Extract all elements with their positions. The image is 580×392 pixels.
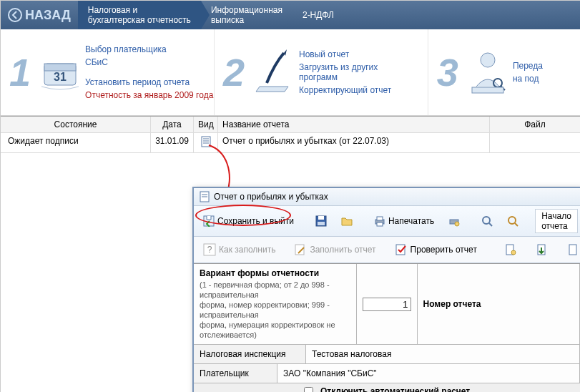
variant-number-input[interactable] <box>363 298 411 311</box>
cell-name: Отчет о прибылях и убытках (от 22.07.03) <box>218 133 490 153</box>
step-number: 3 <box>437 50 458 94</box>
section-nav-label[interactable]: Начало отчета <box>535 209 578 233</box>
cell-file <box>490 133 580 153</box>
check-report-button[interactable]: Проверить отчет <box>390 241 482 258</box>
svg-point-24 <box>483 217 490 224</box>
extra-button-3[interactable] <box>562 241 580 258</box>
svg-rect-35 <box>569 245 576 255</box>
document-blank-icon <box>567 243 580 256</box>
tab-tax-accounting[interactable]: Налоговая и бухгалтерская отчетность <box>78 1 201 29</box>
zoom-out-button[interactable] <box>502 213 524 229</box>
dialog-document-icon <box>200 191 210 202</box>
svg-rect-31 <box>396 245 405 255</box>
fill-report-label: Заполнить отчет <box>310 245 375 255</box>
report-dialog: Отчет о прибылях и убытках Сохранить и в… <box>192 187 580 392</box>
extra-button-2[interactable] <box>531 241 554 258</box>
th-date: Дата <box>151 117 194 133</box>
how-fill-label: Как заполнить <box>219 245 275 255</box>
tab-label: 2-НДФЛ <box>303 10 334 20</box>
variant-subtitle: (1 - первичная форма; от 2 до 998 - испр… <box>200 280 350 340</box>
cell-state: Ожидает подписи <box>1 133 151 153</box>
folder-button[interactable] <box>336 213 358 229</box>
svg-point-26 <box>508 217 516 224</box>
svg-rect-2 <box>44 64 76 71</box>
magnifier-minus-icon <box>507 215 518 227</box>
th-kind: Вид <box>194 117 218 133</box>
person-sign-illustration-icon <box>463 44 513 101</box>
svg-rect-18 <box>318 222 325 225</box>
back-label: НАЗАД <box>25 8 71 23</box>
svg-text:?: ? <box>207 245 212 255</box>
payer-value[interactable]: ЗАО "Компания "СБиС" <box>277 364 580 383</box>
cell-kind-icon <box>194 133 218 153</box>
tab-label: Налоговая и бухгалтерская отчетность <box>88 5 191 25</box>
step-number: 1 <box>9 50 31 94</box>
back-button[interactable]: НАЗАД <box>1 1 78 29</box>
variant-title: Вариант формы отчетности <box>200 268 350 278</box>
table-row[interactable]: Ожидает подписи 31.01.09 Отчет о прибыля… <box>1 133 580 153</box>
magnifier-plus-icon <box>481 215 493 227</box>
svg-point-33 <box>511 250 516 255</box>
disable-auto-calc-label: Отключить автоматический расчет <box>320 386 470 392</box>
payer-label: Плательщик <box>194 364 277 383</box>
save-button[interactable] <box>310 213 332 229</box>
help-icon: ? <box>203 243 216 256</box>
cell-date: 31.01.09 <box>151 133 194 153</box>
set-period-link[interactable]: Установить период отчета <box>85 77 213 87</box>
back-arrow-icon <box>8 8 22 22</box>
dialog-title: Отчет о прибылях и убытках <box>214 192 328 202</box>
load-from-other-link[interactable]: Загрузить из других программ <box>299 62 399 82</box>
extra-button-1[interactable] <box>499 241 522 258</box>
pen-illustration-icon <box>249 44 299 101</box>
calendar-illustration-icon: 31 <box>35 44 85 101</box>
reports-table: Состояние Дата Вид Название отчета Файл … <box>1 116 580 153</box>
print-options-button[interactable] <box>443 213 465 229</box>
period-value-link[interactable]: Отчетность за январь 2009 года <box>85 90 213 100</box>
zoom-in-button[interactable] <box>476 213 498 229</box>
step-2: 2 Новый отчет Загрузить из других програ… <box>215 29 428 115</box>
printer-icon <box>374 215 385 227</box>
save-exit-icon <box>203 215 215 227</box>
step-3: 3 Переда на под <box>428 29 580 115</box>
svg-line-25 <box>489 223 492 226</box>
svg-rect-17 <box>318 216 324 220</box>
save-and-exit-button[interactable]: Сохранить и выйти <box>198 213 299 229</box>
for-sign-link[interactable]: на под <box>513 74 543 84</box>
tab-info-extract[interactable]: Информационная выписка <box>201 1 293 29</box>
tab-2ndfl[interactable]: 2-НДФЛ <box>293 1 344 29</box>
diskette-icon <box>315 215 327 227</box>
svg-text:31: 31 <box>54 71 67 83</box>
step-number: 2 <box>223 50 245 94</box>
fill-report-button: Заполнить отчет <box>289 241 380 258</box>
payer-value-link[interactable]: СБиС <box>85 57 213 67</box>
folder-icon <box>341 215 353 227</box>
new-report-link[interactable]: Новый отчет <box>299 49 399 59</box>
check-report-icon <box>395 243 408 256</box>
send-link[interactable]: Переда <box>513 61 543 71</box>
document-link-icon <box>504 243 517 256</box>
fill-report-icon <box>294 243 307 256</box>
tax-inspection-value[interactable]: Тестовая налоговая <box>306 345 580 363</box>
print-label: Напечатать <box>388 216 434 226</box>
printer-gear-icon <box>448 215 460 227</box>
svg-rect-8 <box>202 137 210 147</box>
svg-rect-7 <box>472 87 503 93</box>
choose-payer-link[interactable]: Выбор плательщика <box>85 44 213 54</box>
tax-inspection-label: Налоговая инспекция <box>194 345 306 363</box>
svg-point-23 <box>455 222 459 226</box>
tab-label: Информационная выписка <box>211 5 282 25</box>
disable-auto-calc-checkbox[interactable] <box>304 387 313 393</box>
svg-point-4 <box>481 53 495 67</box>
correcting-report-link[interactable]: Корректирующий отчет <box>299 85 399 95</box>
step-1: 1 31 Выбор плательщика СБиС Установить п… <box>1 29 215 115</box>
document-icon <box>201 136 211 147</box>
check-report-label: Проверить отчет <box>411 245 477 255</box>
th-state: Состояние <box>1 117 151 133</box>
th-file: Файл <box>490 117 580 133</box>
report-number-label: Номер отчета <box>423 299 481 309</box>
svg-rect-21 <box>377 222 383 226</box>
th-name: Название отчета <box>218 117 490 133</box>
svg-line-27 <box>515 223 518 226</box>
print-button[interactable]: Напечатать <box>369 213 439 229</box>
document-arrow-icon <box>536 243 549 256</box>
